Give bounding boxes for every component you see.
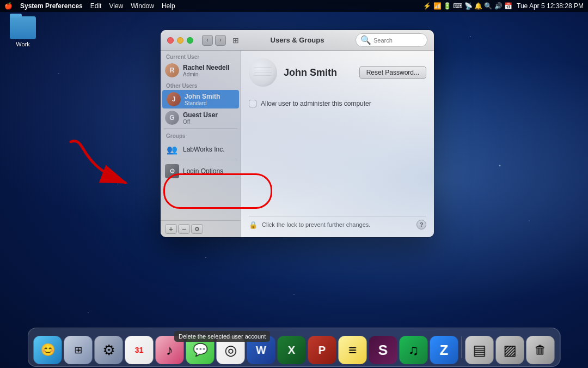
menubar-extras: ⚡ 📶 🔋 ⌨ 📡 🔔 🔍 🔊 📅 — [423, 2, 512, 10]
calendar-icon: 31 — [135, 346, 144, 354]
john-smith-name: John Smith — [185, 93, 220, 100]
john-smith-avatar: J — [167, 92, 181, 106]
john-smith-avatar-circle: J — [167, 92, 181, 106]
add-user-button[interactable]: + — [165, 224, 177, 234]
minimize-button[interactable] — [177, 37, 183, 44]
dock-item-iphoto[interactable]: ▤ — [465, 336, 494, 364]
messages-icon: 💬 — [193, 343, 207, 357]
current-user-info: Rachel Needell Admin — [183, 64, 229, 77]
spacer — [249, 107, 426, 216]
guest-role: Off — [183, 119, 218, 125]
group-row-labworks[interactable]: 👥 LabWorks Inc. — [161, 140, 241, 159]
main-panel: John Smith Reset Password... Allow user … — [241, 51, 434, 237]
current-user-row[interactable]: R Rachel Needell Admin — [161, 61, 241, 80]
maximize-button[interactable] — [187, 37, 193, 44]
search-icon: 🔍 — [360, 35, 371, 45]
dock-item-system-preferences[interactable]: ⚙ — [95, 336, 123, 364]
allow-admin-label: Allow user to administer this computer — [261, 100, 371, 107]
dock-item-notes[interactable]: ≡ — [339, 336, 367, 364]
sidebar: Current User R Rachel Needell Admin Othe… — [161, 51, 241, 237]
current-user-header: Current User — [161, 51, 241, 61]
lock-bar: 🔒 Click the lock to prevent further chan… — [249, 216, 426, 230]
finder-icon: 😊 — [40, 343, 55, 357]
iphoto-icon: ▤ — [473, 342, 486, 359]
dock-item-calendar[interactable]: 31 — [125, 336, 154, 364]
forward-button[interactable]: › — [215, 35, 226, 46]
dock-divider — [462, 336, 462, 358]
dock: 😊 ⊞ ⚙ 31 ♪ 💬 ◎ W X P ≡ — [28, 328, 561, 367]
dock-item-finder[interactable]: 😊 — [34, 336, 62, 364]
current-user-avatar-circle: R — [165, 63, 179, 77]
apple-menu-icon[interactable]: 🍎 — [4, 2, 13, 10]
lock-icon[interactable]: 🔒 — [249, 220, 258, 229]
section-divider-2 — [164, 160, 237, 160]
groups-header: Groups — [161, 130, 241, 140]
nav-buttons: ‹ › — [202, 35, 226, 46]
desktop-folder-work[interactable]: Work — [10, 16, 36, 47]
titlebar: ‹ › ⊞ Users & Groups 🔍 — [161, 30, 434, 51]
allow-admin-row: Allow user to administer this computer — [249, 100, 426, 107]
delete-user-tooltip: Delete the selected user account — [174, 331, 270, 342]
john-smith-role: Standard — [185, 100, 220, 106]
close-button[interactable] — [167, 37, 174, 44]
menu-window[interactable]: Window — [131, 2, 154, 10]
grid-button[interactable]: ⊞ — [230, 35, 241, 46]
user-header: John Smith Reset Password... — [249, 58, 426, 87]
menu-edit[interactable]: Edit — [90, 2, 102, 10]
traffic-lights — [167, 37, 193, 44]
group-name: LabWorks Inc. — [183, 146, 224, 153]
action-menu-button[interactable]: ⚙ — [191, 224, 203, 234]
search-box[interactable]: 🔍 — [356, 33, 427, 47]
app-name[interactable]: System Preferences — [20, 2, 83, 10]
system-preferences-window: ‹ › ⊞ Users & Groups 🔍 Current User R — [161, 30, 434, 237]
user-avatar-large — [249, 58, 277, 87]
dock-item-excel[interactable]: X — [278, 336, 306, 364]
menu-help[interactable]: Help — [162, 2, 175, 10]
menubar: 🍎 System Preferences Edit View Window He… — [0, 0, 588, 12]
launchpad-icon: ⊞ — [74, 344, 82, 356]
slack-icon: S — [378, 342, 388, 359]
zoom-icon: Z — [440, 342, 449, 359]
folder-label: Work — [16, 41, 29, 47]
chrome-icon: ◎ — [224, 342, 237, 359]
dock-item-powerpoint[interactable]: P — [308, 336, 336, 364]
excel-icon: X — [288, 344, 295, 357]
current-user-role: Admin — [183, 71, 229, 77]
remove-user-button[interactable]: − — [178, 224, 190, 234]
dock-item-trash[interactable]: 🗑 — [526, 336, 555, 364]
dock-item-airplay[interactable]: ▨ — [496, 336, 524, 364]
spotify-icon: ♫ — [408, 342, 419, 359]
notes-icon: ≡ — [348, 342, 357, 359]
dock-item-spotify[interactable]: ♫ — [400, 336, 428, 364]
help-button[interactable]: ? — [416, 220, 426, 230]
reset-password-button[interactable]: Reset Password... — [359, 66, 426, 79]
guest-avatar-circle: G — [165, 111, 179, 125]
user-row-john-smith[interactable]: J John Smith Standard — [162, 90, 239, 108]
folder-icon — [10, 16, 36, 39]
lock-text: Click the lock to prevent further change… — [262, 221, 370, 228]
allow-admin-checkbox[interactable] — [249, 100, 256, 107]
other-users-header: Other Users — [161, 80, 241, 90]
system-preferences-icon: ⚙ — [102, 342, 115, 359]
group-icon: 👥 — [165, 142, 179, 156]
back-button[interactable]: ‹ — [202, 35, 213, 46]
login-options-row[interactable]: ⚙ Login Options — [161, 161, 241, 181]
login-options-icon: ⚙ — [165, 164, 179, 178]
menu-view[interactable]: View — [109, 2, 123, 10]
section-divider — [164, 128, 237, 129]
john-smith-info: John Smith Standard — [185, 93, 220, 106]
window-title: Users & Groups — [271, 36, 324, 44]
current-user-name: Rachel Needell — [183, 64, 229, 71]
search-input[interactable] — [373, 37, 422, 44]
word-icon: W — [256, 344, 266, 357]
dock-item-launchpad[interactable]: ⊞ — [64, 336, 93, 364]
guest-avatar: G — [165, 111, 179, 125]
dock-item-zoom[interactable]: Z — [430, 336, 458, 364]
annotation-arrow — [54, 131, 185, 207]
dock-item-slack[interactable]: S — [369, 336, 397, 364]
sidebar-bottom: + − ⚙ — [161, 220, 241, 237]
desktop: 🍎 System Preferences Edit View Window He… — [0, 0, 588, 368]
login-options-label: Login Options — [183, 167, 223, 175]
user-row-guest[interactable]: G Guest User Off — [161, 108, 241, 127]
current-user-avatar: R — [165, 63, 179, 77]
